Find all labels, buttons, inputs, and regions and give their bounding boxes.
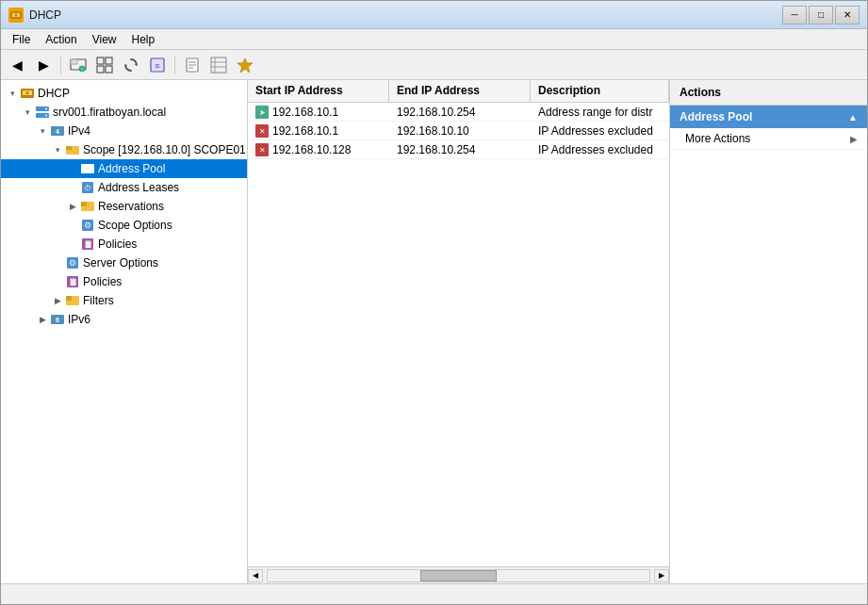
- expand-reservations[interactable]: ▶: [65, 199, 80, 214]
- tree-node-address-pool[interactable]: Address Pool: [1, 159, 247, 178]
- expand-dhcp[interactable]: ▾: [5, 86, 20, 101]
- expand-filters[interactable]: ▶: [50, 293, 65, 308]
- list-scrollbar: ◀ ▶: [248, 566, 669, 583]
- title-bar-left: DHCP: [8, 8, 61, 23]
- tree-node-reservations[interactable]: ▶ Reservations: [1, 197, 247, 216]
- cell-start-ip-3: ✕ 192.168.10.128: [248, 140, 389, 158]
- expand-policies-server[interactable]: [50, 274, 65, 289]
- title-bar: DHCP ─ □ ✕: [1, 1, 867, 29]
- list-button[interactable]: [206, 53, 231, 77]
- menu-bar: File Action View Help: [1, 29, 867, 50]
- reservations-label: Reservations: [98, 200, 164, 213]
- address-pool-label: Address Pool: [98, 162, 165, 175]
- scope-options-label: Scope Options: [98, 219, 172, 232]
- back-button[interactable]: ◀: [5, 53, 29, 77]
- svg-marker-21: [237, 58, 253, 73]
- action-more-actions[interactable]: More Actions ▶: [670, 128, 867, 150]
- cell-desc-1: Address range for distr: [531, 103, 669, 121]
- col-header-start-ip[interactable]: Start IP Address: [248, 80, 389, 102]
- list-row[interactable]: ➤ 192.168.10.1 192.168.10.254 Address ra…: [248, 103, 669, 122]
- restore-button[interactable]: □: [809, 6, 833, 25]
- menu-action[interactable]: Action: [38, 31, 84, 48]
- tree-node-server-options[interactable]: ⚙ Server Options: [1, 253, 247, 272]
- expand-address-leases[interactable]: [65, 180, 80, 195]
- status-bar: [1, 583, 867, 604]
- expand-scope[interactable]: ▾: [50, 142, 65, 157]
- scope-options-icon: ⚙: [80, 218, 95, 233]
- star-button[interactable]: [233, 53, 257, 77]
- expand-ipv6[interactable]: ▶: [35, 312, 50, 327]
- scroll-thumb[interactable]: [420, 570, 497, 581]
- svg-text:↑: ↑: [80, 66, 84, 73]
- dhcp-icon: [20, 86, 35, 101]
- export-button[interactable]: ≡: [145, 53, 170, 77]
- tree-node-address-leases[interactable]: ⏱ Address Leases: [1, 178, 247, 197]
- grid-button[interactable]: [92, 53, 117, 77]
- toolbar-separator-2: [174, 56, 175, 74]
- svg-rect-8: [106, 57, 112, 64]
- ipv6-icon: 6: [50, 312, 65, 327]
- tree-node-scope[interactable]: ▾ Scope [192.168.10.0] SCOPE01: [1, 140, 247, 159]
- scroll-right-arrow[interactable]: ▶: [654, 569, 669, 582]
- policies-server-label: Policies: [83, 275, 122, 288]
- svg-text:➤: ➤: [259, 108, 266, 117]
- list-view: Start IP Address End IP Address Descript…: [248, 80, 669, 583]
- dhcp-label: DHCP: [38, 87, 70, 100]
- expand-scope-options[interactable]: [65, 218, 80, 233]
- menu-view[interactable]: View: [85, 31, 124, 48]
- minimize-button[interactable]: ─: [782, 6, 807, 25]
- tree-node-dhcp[interactable]: ▾ DHCP: [1, 84, 247, 103]
- svg-text:⚙: ⚙: [69, 258, 76, 268]
- svg-point-2: [15, 13, 18, 16]
- tree-node-scope-options[interactable]: ⚙ Scope Options: [1, 216, 247, 235]
- svg-text:4: 4: [56, 128, 59, 135]
- expand-policies-scope[interactable]: [65, 237, 80, 252]
- expand-server[interactable]: ▾: [20, 105, 35, 120]
- main-content: ▾ DHCP ▾ srv001.firatboyan.local ▾ 4: [1, 80, 867, 583]
- actions-section-title[interactable]: Address Pool ▲: [670, 106, 867, 128]
- close-button[interactable]: ✕: [835, 6, 860, 25]
- address-pool-icon: [80, 161, 95, 176]
- window-title: DHCP: [29, 8, 61, 22]
- more-actions-arrow: ▶: [850, 134, 858, 144]
- scroll-track[interactable]: [267, 569, 650, 582]
- tree-node-filters[interactable]: ▶ Filters: [1, 291, 247, 310]
- policies-server-icon: 📋: [65, 274, 80, 289]
- cell-end-ip-1: 192.168.10.254: [389, 103, 531, 121]
- scroll-left-arrow[interactable]: ◀: [248, 569, 263, 582]
- actions-section-arrow: ▲: [848, 112, 858, 123]
- more-actions-label: More Actions: [685, 132, 750, 145]
- actions-section-label: Address Pool: [680, 110, 752, 123]
- tree-panel: ▾ DHCP ▾ srv001.firatboyan.local ▾ 4: [1, 80, 248, 583]
- svg-rect-9: [97, 66, 104, 73]
- menu-help[interactable]: Help: [124, 31, 163, 48]
- tree-node-ipv6[interactable]: ▶ 6 IPv6: [1, 310, 247, 329]
- svg-text:≡: ≡: [155, 61, 159, 71]
- tree-node-server[interactable]: ▾ srv001.firatboyan.local: [1, 103, 247, 122]
- svg-point-24: [26, 91, 29, 94]
- expand-address-pool[interactable]: [65, 161, 80, 176]
- ipv6-label: IPv6: [68, 313, 90, 326]
- list-row[interactable]: ✕ 192.168.10.128 192.168.10.254 IP Addre…: [248, 140, 669, 159]
- tree-node-ipv4[interactable]: ▾ 4 IPv4: [1, 122, 247, 140]
- menu-file[interactable]: File: [5, 31, 38, 48]
- server-options-label: Server Options: [83, 256, 158, 270]
- filters-icon: [65, 293, 80, 308]
- window-controls: ─ □ ✕: [782, 6, 860, 25]
- tree-node-policies-scope[interactable]: 📋 Policies: [1, 235, 247, 253]
- col-header-end-ip[interactable]: End IP Address: [389, 80, 531, 102]
- forward-button[interactable]: ▶: [31, 53, 56, 77]
- up-button[interactable]: ↑: [66, 53, 90, 77]
- ipv4-label: IPv4: [68, 124, 90, 138]
- expand-server-options[interactable]: [50, 255, 65, 270]
- cell-start-ip-1: ➤ 192.168.10.1: [248, 103, 389, 121]
- toolbar-separator-1: [60, 56, 61, 74]
- cell-desc-3: IP Addresses excluded: [531, 140, 669, 158]
- properties-button[interactable]: [180, 53, 205, 77]
- list-row[interactable]: ✕ 192.168.10.1 192.168.10.10 IP Addresse…: [248, 122, 669, 140]
- expand-ipv4[interactable]: ▾: [35, 123, 50, 139]
- svg-text:📋: 📋: [83, 238, 94, 250]
- col-header-description[interactable]: Description: [531, 80, 669, 102]
- tree-node-policies-server[interactable]: 📋 Policies: [1, 272, 247, 291]
- refresh-button[interactable]: [119, 53, 143, 77]
